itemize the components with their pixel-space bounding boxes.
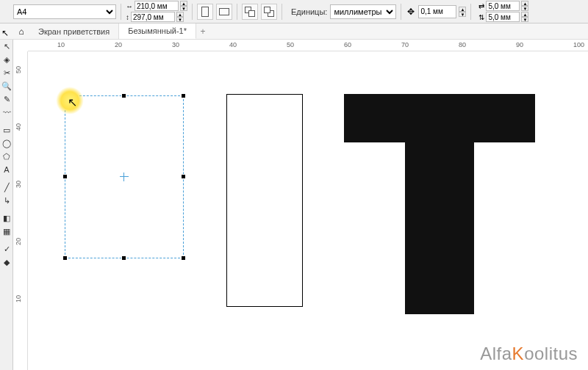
pick-tool[interactable]: ↖	[0, 40, 13, 53]
text-tool[interactable]: A	[0, 163, 13, 176]
ruler-tick: 30	[172, 41, 179, 48]
polygon-tool[interactable]: ⬠	[0, 150, 13, 163]
nudge-block: ✥ ▲▼	[406, 5, 466, 18]
separator	[401, 4, 401, 20]
orientation-portrait-button[interactable]	[197, 4, 213, 20]
nudge-icon: ✥	[406, 7, 416, 17]
document-tabs: ⌂ Экран приветствия Безымянный-1* +	[0, 23, 588, 40]
ruler-tick: 20	[115, 41, 122, 48]
watermark-rest: oolitus	[524, 344, 578, 363]
units-label: Единицы:	[291, 7, 327, 16]
ruler-tick: 30	[15, 181, 22, 188]
ruler-tick: 80	[459, 41, 466, 48]
artistic-media-tool[interactable]: 〰	[0, 106, 13, 119]
resize-handle-mr[interactable]	[181, 174, 186, 179]
spin-down[interactable]: ▼	[180, 6, 187, 11]
watermark-k: K	[512, 344, 525, 363]
orientation-landscape-button[interactable]	[216, 4, 232, 20]
spin-down[interactable]: ▼	[176, 17, 184, 22]
watermark: AlfaKoolitus	[480, 344, 578, 364]
overlap-icon	[264, 7, 274, 17]
line-tool[interactable]: ╱	[0, 181, 13, 194]
ruler-tick: 70	[401, 41, 409, 48]
crop-tool[interactable]: ✂	[0, 66, 13, 79]
property-bar: ↖ A4 ↔ ▲▼ ↕ ▲▼ Единицы: миллиметры ✥ ▲▼	[0, 0, 588, 23]
resize-handle-br[interactable]	[181, 255, 186, 261]
nudge-input[interactable]	[418, 5, 456, 18]
resize-handle-bl[interactable]	[62, 255, 68, 261]
rectangle-tool[interactable]: ▭	[0, 123, 13, 137]
resize-handle-ml[interactable]	[62, 174, 68, 179]
page-width-input[interactable]	[135, 1, 179, 11]
ellipse-tool[interactable]: ◯	[0, 137, 13, 150]
spin-down[interactable]: ▼	[459, 12, 466, 17]
ruler-horizontal[interactable]: 10 20 30 40 50 60 70 80 90 100	[28, 40, 588, 51]
page-dimensions: ↔ ▲▼ ↕ ▲▼	[126, 1, 187, 22]
dup-y-icon: ⇅	[478, 13, 484, 21]
shape-tool[interactable]: ◈	[0, 53, 13, 66]
page-preset-select[interactable]: A4	[13, 4, 116, 19]
selection-center-icon	[121, 174, 127, 180]
landscape-icon	[219, 8, 229, 15]
watermark-pre: Alfa	[480, 344, 512, 363]
spin-up[interactable]: ▲	[176, 12, 184, 17]
tab-document[interactable]: Безымянный-1*	[119, 23, 196, 39]
ruler-tick: 60	[344, 41, 351, 48]
tab-add-button[interactable]: +	[196, 23, 209, 39]
spin-up[interactable]: ▲	[521, 12, 528, 17]
spin-down[interactable]: ▼	[521, 17, 528, 22]
separator	[282, 4, 282, 20]
ruler-tick: 50	[15, 66, 22, 73]
overlap-order-button-1[interactable]	[242, 4, 258, 20]
page-height-input[interactable]	[131, 12, 175, 22]
ruler-tick: 40	[229, 41, 237, 48]
separator	[192, 4, 193, 20]
tab-welcome[interactable]: Экран приветствия	[29, 23, 119, 39]
transparency-tool[interactable]: ▦	[0, 225, 13, 238]
spin-up[interactable]: ▲	[180, 1, 187, 6]
duplicate-offset-block: ⇄ ▲▼ ⇅ ▲▼	[478, 1, 528, 22]
width-icon: ↔	[126, 2, 133, 10]
separator	[121, 4, 121, 20]
home-icon[interactable]: ⌂	[13, 23, 29, 39]
ruler-tick: 90	[516, 41, 523, 48]
spin-up[interactable]: ▲	[521, 1, 528, 6]
zoom-tool[interactable]: 🔍	[0, 79, 13, 92]
connector-tool[interactable]: ↳	[0, 194, 13, 207]
dup-x-icon: ⇄	[478, 2, 484, 10]
selected-rectangle[interactable]	[65, 95, 184, 258]
fill-tool[interactable]: ◆	[0, 255, 13, 269]
ruler-vertical[interactable]: 50 40 30 20 10	[13, 51, 28, 370]
ruler-tick: 100	[573, 41, 584, 48]
dup-x-input[interactable]	[486, 1, 520, 11]
ruler-tick: 40	[15, 123, 22, 131]
ruler-tick: 10	[15, 295, 22, 302]
overlap-order-button-2[interactable]	[261, 4, 277, 20]
resize-handle-tm[interactable]	[121, 93, 126, 98]
height-icon: ↕	[126, 13, 129, 21]
toolbox: ↖ ◈ ✂ 🔍 ✎ 〰 ▭ ◯ ⬠ A ╱ ↳ ◧ ▦ ✓ ◆	[0, 40, 13, 370]
overlap-icon	[245, 7, 255, 17]
separator	[470, 4, 471, 20]
t-shape-top	[344, 94, 535, 142]
separator	[237, 4, 237, 20]
resize-handle-tr[interactable]	[181, 93, 186, 98]
t-shape[interactable]	[344, 94, 535, 314]
spin-down[interactable]: ▼	[521, 6, 528, 11]
units-select[interactable]: миллиметры	[330, 4, 396, 19]
ruler-tick: 10	[57, 41, 65, 48]
dropshadow-tool[interactable]: ◧	[0, 211, 13, 225]
ruler-tick: 20	[15, 238, 22, 245]
rectangle-shape[interactable]	[226, 94, 303, 307]
spin-up[interactable]: ▲	[459, 7, 466, 12]
resize-handle-tl[interactable]	[62, 93, 68, 98]
resize-handle-bm[interactable]	[121, 255, 126, 261]
eyedropper-tool[interactable]: ✓	[0, 242, 13, 255]
dup-y-input[interactable]	[486, 12, 520, 22]
portrait-icon	[201, 7, 209, 17]
freehand-tool[interactable]: ✎	[0, 92, 13, 106]
page-size-preset[interactable]: A4	[13, 4, 116, 19]
pick-tool-indicator: ↖	[1, 28, 9, 38]
canvas[interactable]: ↖ AlfaKoolitus	[28, 51, 588, 370]
ruler-tick: 50	[287, 41, 294, 48]
